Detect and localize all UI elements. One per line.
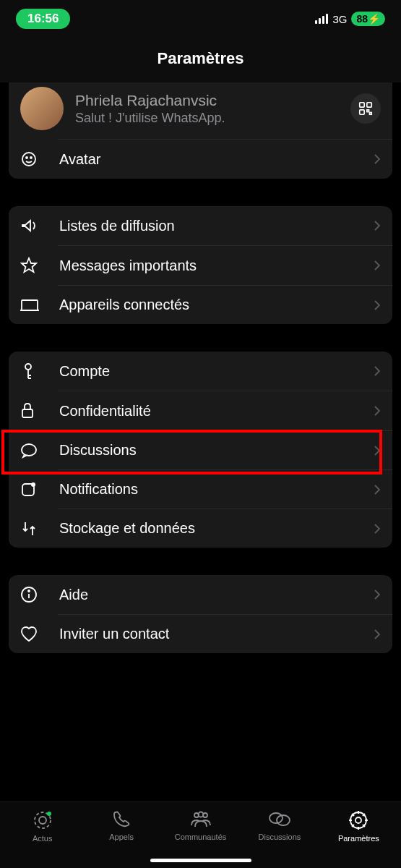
- avatar-icon: [20, 150, 38, 168]
- row-label: Avatar: [59, 151, 374, 168]
- status-bar: 16:56 3G 88⚡: [0, 0, 401, 38]
- starred-row[interactable]: Messages importants: [9, 246, 392, 285]
- storage-row[interactable]: Stockage et données: [9, 509, 392, 548]
- help-section: Aide Inviter un contact: [9, 575, 392, 653]
- svg-point-18: [47, 812, 51, 816]
- header: Paramètres: [0, 38, 401, 82]
- svg-rect-8: [22, 300, 38, 310]
- chevron-right-icon: [374, 153, 381, 165]
- lists-section: Listes de diffusion Messages importants …: [9, 206, 392, 324]
- row-label: Inviter un contact: [59, 626, 374, 642]
- tab-label: Appels: [109, 833, 134, 841]
- avatar: [20, 87, 64, 130]
- broadcast-icon: [20, 217, 38, 234]
- profile-section: Phriela Rajachanvsic Salut ! J'utilise W…: [9, 82, 392, 179]
- svg-point-25: [355, 817, 361, 823]
- chevron-right-icon: [374, 523, 381, 535]
- row-label: Messages importants: [59, 258, 374, 274]
- row-label: Confidentialité: [59, 403, 374, 420]
- tab-chats[interactable]: Discussions: [240, 809, 319, 868]
- account-row[interactable]: Compte: [9, 352, 392, 391]
- heart-icon: [20, 626, 38, 642]
- qr-code-button[interactable]: [350, 93, 381, 124]
- account-section: Compte Confidentialité Discus: [9, 352, 392, 548]
- tab-label: Paramètres: [338, 834, 379, 843]
- svg-rect-3: [367, 110, 369, 112]
- chat-icon: [20, 443, 38, 459]
- tab-updates[interactable]: Actus: [3, 809, 82, 868]
- svg-rect-0: [360, 103, 364, 107]
- status-icons: 3G 88⚡: [315, 12, 385, 26]
- svg-point-9: [25, 364, 31, 370]
- calls-icon: [111, 809, 131, 830]
- chevron-right-icon: [374, 299, 381, 311]
- chevron-right-icon: [374, 445, 381, 456]
- linked-devices-row[interactable]: Appareils connectés: [9, 286, 392, 324]
- key-icon: [20, 362, 36, 380]
- svg-point-15: [28, 590, 30, 592]
- tab-settings[interactable]: Paramètres: [319, 809, 398, 868]
- battery-indicator: 88⚡: [351, 12, 385, 26]
- privacy-row[interactable]: Confidentialité: [9, 391, 392, 430]
- profile-status: Salut ! J'utilise WhatsApp.: [75, 111, 343, 126]
- devices-icon: [20, 298, 39, 312]
- settings-icon: [348, 809, 369, 831]
- star-icon: [20, 257, 38, 274]
- row-label: Appareils connectés: [59, 297, 374, 313]
- profile-row[interactable]: Phriela Rajachanvsic Salut ! J'utilise W…: [9, 82, 392, 139]
- svg-point-17: [39, 817, 46, 824]
- updates-icon: [32, 809, 53, 831]
- svg-point-7: [30, 157, 32, 158]
- svg-point-11: [22, 444, 36, 456]
- info-icon: [20, 586, 38, 603]
- tab-calls[interactable]: Appels: [82, 809, 160, 868]
- profile-name: Phriela Rajachanvsic: [75, 92, 343, 109]
- tab-label: Discussions: [259, 833, 301, 841]
- row-label: Compte: [59, 363, 374, 380]
- time-indicator: 16:56: [16, 9, 70, 29]
- notifications-row[interactable]: Notifications: [9, 470, 392, 509]
- chevron-right-icon: [374, 260, 381, 271]
- svg-point-23: [277, 815, 290, 825]
- svg-point-5: [22, 153, 35, 166]
- invite-row[interactable]: Inviter un contact: [9, 615, 392, 653]
- discussions-icon: [267, 809, 292, 830]
- svg-point-13: [31, 482, 35, 487]
- storage-icon: [20, 521, 38, 537]
- svg-rect-1: [367, 103, 371, 107]
- signal-icon: [315, 14, 328, 24]
- broadcast-row[interactable]: Listes de diffusion: [9, 206, 392, 245]
- chevron-right-icon: [374, 629, 381, 640]
- lock-icon: [20, 402, 35, 420]
- svg-rect-10: [22, 409, 33, 417]
- page-title: Paramètres: [0, 49, 401, 68]
- row-label: Aide: [59, 587, 374, 603]
- row-label: Notifications: [59, 481, 374, 498]
- communities-icon: [189, 809, 213, 830]
- help-row[interactable]: Aide: [9, 575, 392, 614]
- row-label: Stockage et données: [59, 520, 374, 537]
- chevron-right-icon: [374, 405, 381, 417]
- svg-point-22: [270, 813, 283, 823]
- home-indicator[interactable]: [150, 859, 251, 862]
- notification-icon: [20, 482, 36, 498]
- chevron-right-icon: [374, 484, 381, 495]
- chats-row[interactable]: Discussions: [9, 431, 392, 469]
- svg-rect-4: [370, 113, 372, 115]
- svg-point-6: [26, 157, 27, 158]
- avatar-row[interactable]: Avatar: [9, 140, 392, 179]
- chevron-right-icon: [374, 365, 381, 377]
- qr-icon: [358, 101, 374, 116]
- chevron-right-icon: [374, 589, 381, 600]
- svg-rect-2: [360, 110, 364, 114]
- network-label: 3G: [332, 13, 347, 25]
- row-label: Discussions: [59, 442, 374, 459]
- tab-label: Communautés: [175, 833, 227, 841]
- row-label: Listes de diffusion: [59, 218, 374, 234]
- chevron-right-icon: [374, 220, 381, 231]
- tab-label: Actus: [33, 834, 53, 843]
